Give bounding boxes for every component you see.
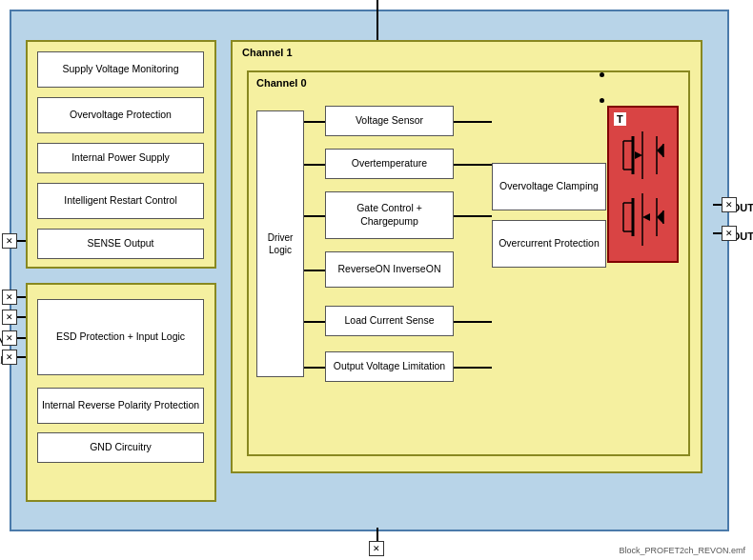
block-overvoltage-clamping: Overvoltage Clamping <box>492 163 606 210</box>
block-gate-control: Gate Control + Chargepump <box>325 191 454 239</box>
block-internal-reverse: Internal Reverse Polarity Protection <box>37 388 204 424</box>
in0-cross: ✕ <box>2 290 17 305</box>
block-supply-voltage: Supply Voltage Monitoring <box>37 51 204 88</box>
block-driver-logic: Driver Logic <box>256 110 304 377</box>
den-cross: ✕ <box>2 330 17 346</box>
block-output-voltage-limitation: Output Voltage Limitation <box>325 351 454 382</box>
transistor-t-label: T <box>614 112 626 126</box>
block-sense-output: SENSE Output <box>37 229 204 259</box>
filename-label: Block_PROFET2ch_REVON.emf <box>619 546 745 555</box>
main-blue-box: ✕ VS ✕ GND Supply Voltage Monitoring Ove… <box>10 10 729 531</box>
svg-marker-5 <box>635 151 642 159</box>
out1-cross: ✕ <box>722 197 737 212</box>
in1-cross: ✕ <box>2 310 17 325</box>
out0-cross: ✕ <box>722 226 737 241</box>
block-load-current-sense: Load Current Sense <box>325 306 454 336</box>
diagram-container: ✕ VS ✕ GND Supply Voltage Monitoring Ove… <box>0 0 753 560</box>
block-reverse-on: ReverseON InverseON <box>325 251 454 288</box>
block-intelligent-restart: Intelligent Restart Control <box>37 183 204 219</box>
red-transistor-box: T <box>607 106 679 263</box>
channel0-outer: Channel 0 Driver Logic Voltage Sensor Ov… <box>247 70 690 456</box>
dsel-cross: ✕ <box>2 350 17 365</box>
block-esd-protection: ESD Protection + Input Logic <box>37 299 204 375</box>
svg-marker-7 <box>657 144 663 157</box>
block-overcurrent-protection: Overcurrent Protection <box>492 220 606 268</box>
block-overtemperature: Overtemperature <box>325 149 454 179</box>
channel1-label: Channel 1 <box>242 47 293 58</box>
channel1-outer: Channel 1 Channel 0 Driver Logic Voltage… <box>231 40 702 473</box>
is-cross: ✕ <box>2 233 17 249</box>
block-voltage-sensor: Voltage Sensor <box>325 106 454 136</box>
top-left-panel: Supply Voltage Monitoring Overvoltage Pr… <box>26 40 216 269</box>
svg-marker-16 <box>657 210 663 224</box>
block-overvoltage-protection: Overvoltage Protection <box>37 97 204 133</box>
transistor-svg <box>614 127 676 250</box>
channel0-label: Channel 0 <box>256 77 307 89</box>
bottom-left-panel: ESD Protection + Input Logic Internal Re… <box>26 283 216 502</box>
block-gnd-circuitry: GND Circuitry <box>37 432 204 463</box>
block-internal-power-supply: Internal Power Supply <box>37 143 204 173</box>
svg-marker-14 <box>642 213 650 221</box>
gnd-cross: ✕ <box>369 541 384 556</box>
